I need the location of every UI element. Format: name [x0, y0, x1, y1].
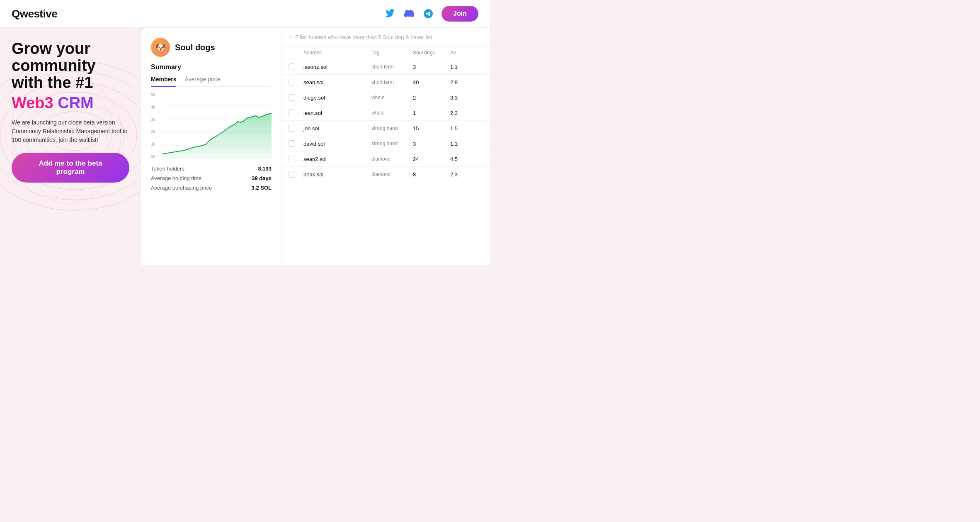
table-row: sean.sol short term 40 2.8 [282, 75, 490, 90]
row-checkbox[interactable] [289, 110, 295, 116]
stat-avg-purchase-price: Average purchasing price 3.2 SOL [151, 185, 272, 191]
filter-placeholder[interactable]: Filter holders who have more than 5 Soul… [295, 34, 432, 40]
beta-program-button[interactable]: Add me to the beta program [12, 153, 129, 183]
avg-price-cell: 3.3 [450, 95, 483, 101]
row-checkbox[interactable] [289, 125, 295, 132]
tag-cell: whale [371, 95, 413, 100]
tab-average-price[interactable]: Average price [184, 76, 220, 86]
soul-dogs-cell: 24 [413, 156, 450, 162]
row-checkbox[interactable] [289, 171, 295, 178]
row-checkbox[interactable] [289, 79, 295, 85]
chart-y-labels: 5k 4k 3k 2k 1k 0k [151, 93, 161, 159]
main-content: Grow your community with the #1 Web3 CRM… [0, 28, 490, 265]
avatar: 🐶 [151, 38, 170, 57]
tag-cell: whale [371, 110, 413, 116]
address-cell: sean2.sol [303, 156, 371, 162]
avg-price-cell: 2.3 [450, 171, 483, 178]
table-row: peak.sol diamond 8 2.3 [282, 167, 490, 182]
telegram-icon[interactable] [422, 8, 434, 20]
avg-price-cell: 1.5 [450, 125, 483, 132]
soul-dogs-cell: 8 [413, 171, 450, 178]
avg-price-cell: 1.1 [450, 141, 483, 147]
avg-price-cell: 1.1 [450, 64, 483, 70]
soul-dogs-cell: 2 [413, 95, 450, 101]
row-checkbox[interactable] [289, 63, 295, 70]
project-header: 🐶 Soul dogs [151, 38, 272, 57]
chart-container: 5k 4k 3k 2k 1k 0k [151, 93, 272, 159]
soul-dogs-cell: 40 [413, 79, 450, 85]
soul-dogs-cell: 3 [413, 64, 450, 70]
avg-price-cell: 4.5 [450, 156, 483, 162]
col-tag: Tag [371, 50, 413, 56]
row-checkbox[interactable] [289, 156, 295, 162]
col-soul-dogs: Soul dogs [413, 50, 450, 56]
avg-price-cell: 2.3 [450, 110, 483, 116]
address-cell: jean.sol [303, 110, 371, 116]
address-cell: david.sol [303, 141, 371, 147]
table-row: diego.sol whale 2 3.3 [282, 90, 490, 105]
tag-cell: diamond [371, 171, 413, 177]
address-cell: joe.sol [303, 125, 371, 132]
soul-dogs-cell: 3 [413, 141, 450, 147]
table-row: jean.sol whale 1 2.3 [282, 105, 490, 121]
left-panel: Grow your community with the #1 Web3 CRM… [0, 28, 141, 265]
table-row: sean2.sol diamond 24 4.5 [282, 151, 490, 167]
stats: Token holders 8,193 Average holding time… [151, 166, 272, 191]
stat-token-holders: Token holders 8,193 [151, 166, 272, 172]
header: Qwestive Join [0, 0, 490, 28]
row-checkbox[interactable] [289, 94, 295, 101]
avg-price-cell: 2.8 [450, 79, 483, 85]
table-row: david.sol strong hand 3 1.1 [282, 136, 490, 151]
filter-bar: ≡ Filter holders who have more than 5 So… [282, 28, 490, 46]
col-address: Address [303, 50, 371, 56]
address-cell: sean.sol [303, 79, 371, 85]
col-avg: Av [450, 50, 483, 56]
discord-icon[interactable] [403, 8, 415, 20]
logo: Qwestive [12, 7, 57, 20]
subtitle: We are launching our close beta version … [12, 118, 129, 144]
crm-panel: 🐶 Soul dogs Summary Members Average pric… [141, 28, 282, 265]
tab-members[interactable]: Members [151, 76, 176, 87]
table-row: jasonz.sol short term 3 1.1 [282, 59, 490, 75]
table-row: joe.sol strong hand 15 1.5 [282, 121, 490, 136]
tabs: Members Average price [151, 76, 272, 87]
table-header: Address Tag Soul dogs Av [282, 46, 490, 59]
address-cell: peak.sol [303, 171, 371, 178]
tag-cell: short term [371, 79, 413, 85]
tag-cell: diamond [371, 156, 413, 162]
address-cell: diego.sol [303, 95, 371, 101]
address-cell: jasonz.sol [303, 64, 371, 70]
members-chart [163, 93, 272, 159]
table-panel: ≡ Filter holders who have more than 5 So… [282, 28, 490, 265]
tag-cell: strong hand [371, 141, 413, 146]
stat-avg-holding-time: Average holding time 39 days [151, 175, 272, 181]
right-panel: 🐶 Soul dogs Summary Members Average pric… [141, 28, 490, 265]
headline-colored: Web3 CRM [12, 95, 129, 112]
join-button[interactable]: Join [441, 6, 478, 22]
filter-icon: ≡ [289, 34, 292, 40]
headline: Grow your community with the #1 [12, 40, 129, 91]
row-checkbox[interactable] [289, 140, 295, 147]
tag-cell: strong hand [371, 125, 413, 131]
twitter-icon[interactable] [384, 8, 396, 20]
soul-dogs-cell: 1 [413, 110, 450, 116]
left-content: Grow your community with the #1 Web3 CRM… [12, 40, 129, 183]
header-right: Join [384, 6, 478, 22]
project-name: Soul dogs [175, 43, 215, 52]
tag-cell: short term [371, 64, 413, 70]
soul-dogs-cell: 15 [413, 125, 450, 132]
summary-title: Summary [151, 63, 272, 71]
chart-area [163, 93, 272, 159]
